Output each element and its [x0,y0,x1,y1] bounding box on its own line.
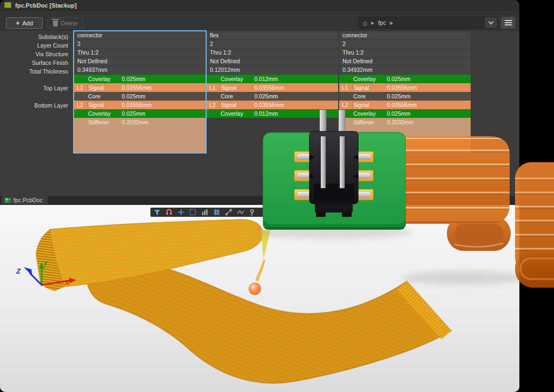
layer-row-coverlay[interactable]: Coverlay 0.025mm [74,109,206,118]
via-structure-cell[interactable]: Thru 1:2 [207,49,338,57]
row-label: Top Layer [43,84,68,92]
pcb-document-icon [5,198,11,203]
surface-finish-cell[interactable]: Not Defined [74,57,206,66]
substack-column-connector-2[interactable]: connector 2 Thru 1:2 Not Defined 0.34932… [339,31,471,152]
component-place-icon[interactable] [213,209,220,216]
substack-column-flex[interactable]: flex 2 Thru 1:2 Not Defined 0.12012mm Co… [207,31,338,118]
chevron-down-icon [489,19,494,25]
row-label: Layer Count [37,42,68,49]
coil-sheet-back [515,162,554,274]
breadcrumb-dropdown-button[interactable] [484,17,497,28]
layer-row-signal[interactable]: L2 Signal 0.03556mm [207,101,338,109]
breadcrumb-path[interactable]: fpc [378,19,386,26]
tab-fpc-pcbdoc[interactable]: fpc.PcbDoc [2,196,48,204]
breadcrumb-arrow-icon: ▶ [390,21,393,25]
layer-row-coverlay[interactable]: Coverlay 0.012mm [207,109,338,118]
hamburger-icon [505,22,512,23]
stackup-titlebar: fpc.PcbDoc [Stackup] [0,0,519,11]
menu-button[interactable] [501,17,515,29]
layer-row-coverlay[interactable]: Coverlay 0.025mm [339,75,471,83]
magnet-icon[interactable] [166,209,173,216]
breadcrumb-arrow-icon: ▶ [371,21,374,25]
layer-row-signal[interactable]: L1 Signal 0.03556mm [339,83,471,92]
row-label: Total Thickness [29,68,68,75]
layer-row-signal[interactable]: L1 Signal 0.03556mm [74,83,206,92]
total-thickness-cell[interactable]: 0.34937mm [74,66,206,75]
pcb-3d-viewport[interactable] [0,204,519,392]
layer-row-coverlay[interactable]: Coverlay 0.025mm [74,75,206,83]
layer-count-cell[interactable]: 2 [74,40,206,49]
layer-row-core[interactable]: Core 0.025mm [339,92,471,101]
via-structure-cell[interactable]: Thru 1:2 [74,49,206,57]
layer-count-cell[interactable]: 2 [339,40,471,49]
surface-finish-cell[interactable]: Not Defined [339,57,471,66]
substack-name-cell[interactable]: flex [207,31,338,40]
stackup-row-labels: Substack(s) Layer Count Via Structure Su… [0,0,71,124]
screenshot-stage: fpc.PcbDoc [Stackup] + Add Delete ⌂ ▶ fp… [0,0,554,392]
interactive-route-icon[interactable] [225,209,232,216]
substack-name-cell[interactable]: connector [339,31,471,40]
layer-count-cell[interactable]: 2 [207,40,338,49]
home-icon[interactable]: ⌂ [363,19,367,26]
tune-icon[interactable] [237,209,244,216]
layer-row-signal[interactable]: L2 Signal 0.03556mm [74,101,206,109]
via-structure-cell[interactable]: Thru 1:2 [339,49,471,57]
probe-icon[interactable] [249,209,256,216]
breadcrumb[interactable]: ⌂ ▶ fpc ▶ [359,17,498,29]
row-label: Via Structure [35,50,68,58]
layer-row-core[interactable]: Core 0.025mm [74,92,206,101]
area-select-icon[interactable] [189,209,196,216]
row-label: Substack(s) [38,33,68,41]
filter-icon[interactable] [154,209,161,216]
stackup-toolbar: + Add Delete ⌂ ▶ fpc ▶ [0,11,519,31]
coil-fold-bottom [515,250,554,288]
layer-row-core[interactable]: Core 0.025mm [207,92,338,101]
editor-floating-toolbar [150,208,265,217]
total-thickness-cell[interactable]: 0.34932mm [339,66,471,75]
surface-finish-cell[interactable]: Not Defined [207,57,338,66]
total-thickness-cell[interactable]: 0.12012mm [207,66,338,75]
row-label: Surface Finish [32,59,68,67]
substack-column-connector-1[interactable]: connector 2 Thru 1:2 Not Defined 0.34937… [74,31,206,152]
layer-row-coverlay[interactable]: Coverlay 0.025mm [339,109,471,118]
document-tab-bar: fpc.PcbDoc [0,196,519,204]
altium-window: fpc.PcbDoc [Stackup] + Add Delete ⌂ ▶ fp… [0,0,519,392]
layer-row-signal[interactable]: L1 Signal 0.03556mm [207,83,338,92]
row-label: Bottom Layer [35,102,68,109]
measurements-icon[interactable] [201,209,208,216]
crosshair-icon[interactable] [177,209,184,216]
layer-row-signal[interactable]: L2 Signal 0.03556mm [339,101,471,109]
layer-row-stiffener[interactable]: Stiffener 0.2032mm [339,118,471,152]
layer-row-coverlay[interactable]: Coverlay 0.012mm [207,75,338,83]
substack-name-cell[interactable]: connector [74,31,206,40]
layer-row-stiffener[interactable]: Stiffener 0.2032mm [74,118,206,152]
